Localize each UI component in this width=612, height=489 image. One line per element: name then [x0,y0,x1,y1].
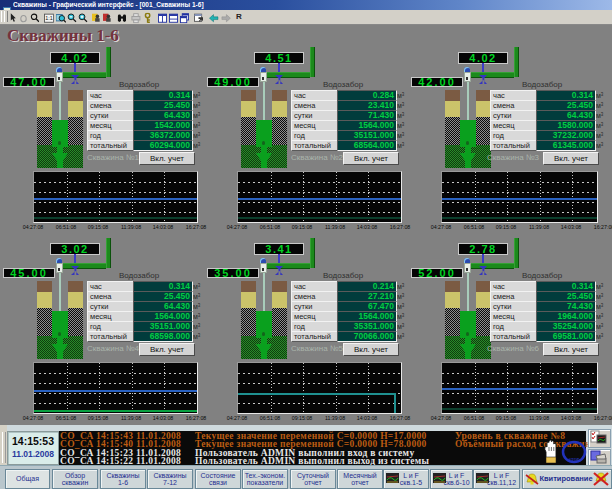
svg-text:STOP: STOP [569,457,580,462]
svg-text:1:1: 1:1 [45,15,52,21]
